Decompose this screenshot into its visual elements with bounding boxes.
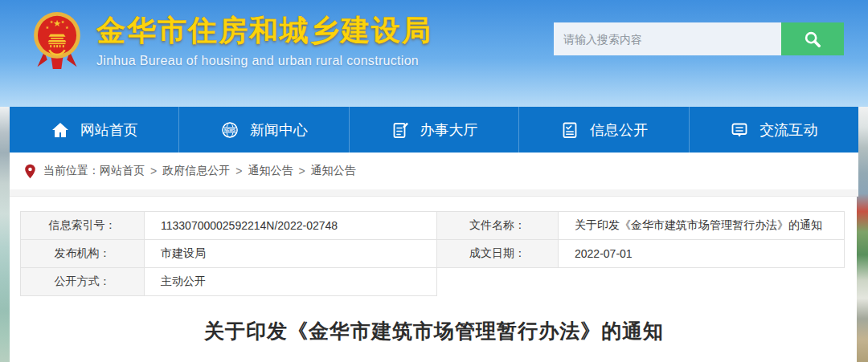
nav-item-label: 交流互动: [760, 120, 817, 140]
nav-item-label: 办事大厅: [420, 120, 478, 140]
search-icon: [802, 29, 823, 50]
nav-item-service-hall[interactable]: 办事大厅: [349, 107, 518, 153]
meta-value-issuing-agency: 市建设局: [145, 240, 437, 268]
right-photo-strip: [857, 107, 868, 362]
brand-titles: 金华市住房和城乡建设局 Jinhua Bureau of housing and…: [96, 6, 432, 68]
meta-label-index-number: 信息索引号：: [21, 212, 145, 240]
breadcrumb-separator: >: [150, 165, 157, 177]
site-brand: ★ ★ ★ ★ ★ 金华市住房和城乡建设局 Jinhua Bureau of h…: [29, 6, 432, 74]
meta-value-disclosure-method: 主动公开: [145, 268, 437, 296]
nav-item-home[interactable]: 网站首页: [10, 107, 178, 153]
meta-label-file-name: 文件名称：: [437, 212, 559, 240]
search-button[interactable]: [781, 22, 844, 55]
site-header: ★ ★ ★ ★ ★ 金华市住房和城乡建设局 Jinhua Bureau of h…: [0, 0, 868, 107]
meta-value-index-number: 11330700002592214N/2022-02748: [145, 212, 437, 240]
left-photo-strip: [0, 107, 10, 362]
meta-label-disclosure-method: 公开方式：: [21, 268, 145, 296]
main-nav: 网站首页 NEWS 新闻中心 办事大厅 信: [10, 107, 858, 153]
breadcrumb-link-gov-info[interactable]: 政府信息公开: [162, 164, 230, 178]
nav-item-info-disclosure[interactable]: 信息公开: [518, 107, 688, 153]
breadcrumb-link-notices-current[interactable]: 通知公告: [311, 164, 356, 178]
table-row: 发布机构： 市建设局 成文日期： 2022-07-01: [21, 240, 845, 268]
breadcrumb-prefix: 当前位置：: [43, 164, 100, 178]
empty-cell: [437, 268, 559, 296]
svg-text:★: ★: [45, 25, 49, 30]
interaction-icon: [730, 120, 749, 140]
meta-value-date: 2022-07-01: [559, 240, 845, 268]
nav-item-label: 网站首页: [80, 120, 138, 140]
empty-cell: [559, 268, 845, 296]
section-divider: [10, 189, 858, 197]
document-title: 关于印发《金华市建筑市场管理暂行办法》的通知: [10, 318, 858, 344]
page: ★ ★ ★ ★ ★ 金华市住房和城乡建设局 Jinhua Bureau of h…: [0, 0, 868, 362]
meta-value-file-name: 关于印发《金华市建筑市场管理暂行办法》的通知: [559, 212, 845, 240]
nav-item-label: 新闻中心: [250, 120, 308, 140]
nav-item-interaction[interactable]: 交流互动: [689, 107, 858, 153]
svg-text:★: ★: [53, 18, 61, 28]
svg-text:★: ★: [50, 19, 54, 24]
search-input[interactable]: [554, 22, 781, 55]
table-row: 信息索引号： 11330700002592214N/2022-02748 文件名…: [21, 212, 845, 240]
breadcrumb-link-home[interactable]: 网站首页: [100, 164, 145, 178]
svg-text:NEWS: NEWS: [224, 128, 235, 132]
breadcrumb-separator: >: [298, 165, 305, 177]
site-title-en: Jinhua Bureau of housing and urban rural…: [96, 54, 432, 68]
home-icon: [51, 120, 70, 140]
breadcrumb: 当前位置： 网站首页 > 政府信息公开 > 通知公告 > 通知公告: [10, 153, 858, 189]
table-row: 公开方式： 主动公开: [21, 268, 845, 296]
service-hall-icon: [391, 120, 410, 140]
svg-text:★: ★: [61, 19, 65, 24]
nav-item-news[interactable]: NEWS 新闻中心: [178, 107, 348, 153]
breadcrumb-link-notices[interactable]: 通知公告: [248, 164, 293, 178]
breadcrumb-separator: >: [235, 165, 242, 177]
document-meta-table: 信息索引号： 11330700002592214N/2022-02748 文件名…: [20, 211, 845, 296]
nav-item-label: 信息公开: [590, 120, 648, 140]
location-pin-icon: [24, 164, 36, 179]
svg-text:★: ★: [65, 25, 69, 30]
site-title-cn: 金华市住房和城乡建设局: [96, 11, 432, 51]
meta-label-issuing-agency: 发布机构：: [21, 240, 145, 268]
search-bar: [554, 22, 844, 55]
national-emblem-icon: ★ ★ ★ ★ ★: [29, 6, 85, 74]
news-globe-icon: NEWS: [220, 120, 240, 140]
meta-label-date: 成文日期：: [437, 240, 559, 268]
info-disclosure-icon: [560, 120, 579, 140]
